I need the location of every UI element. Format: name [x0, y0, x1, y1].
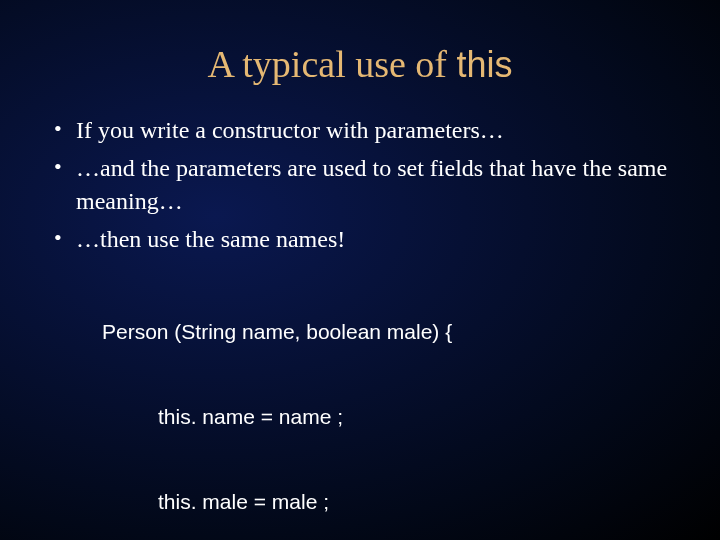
title-code-keyword: this — [457, 44, 513, 85]
bullet-list: If you write a constructor with paramete… — [48, 114, 680, 256]
slide-content: If you write a constructor with paramete… — [0, 114, 720, 540]
bullet-item: …and the parameters are used to set fiel… — [48, 152, 680, 217]
slide-title: A typical use of this — [0, 0, 720, 114]
code-line: this. name = name ; — [102, 403, 680, 431]
bullet-item: …then use the same names! — [48, 223, 680, 255]
bullet-item: If you write a constructor with paramete… — [48, 114, 680, 146]
code-block: Person (String name, boolean male) { thi… — [102, 262, 680, 540]
code-line: this. male = male ; — [102, 488, 680, 516]
code-line: Person (String name, boolean male) { — [102, 318, 680, 346]
title-prefix: A typical use of — [207, 43, 456, 85]
